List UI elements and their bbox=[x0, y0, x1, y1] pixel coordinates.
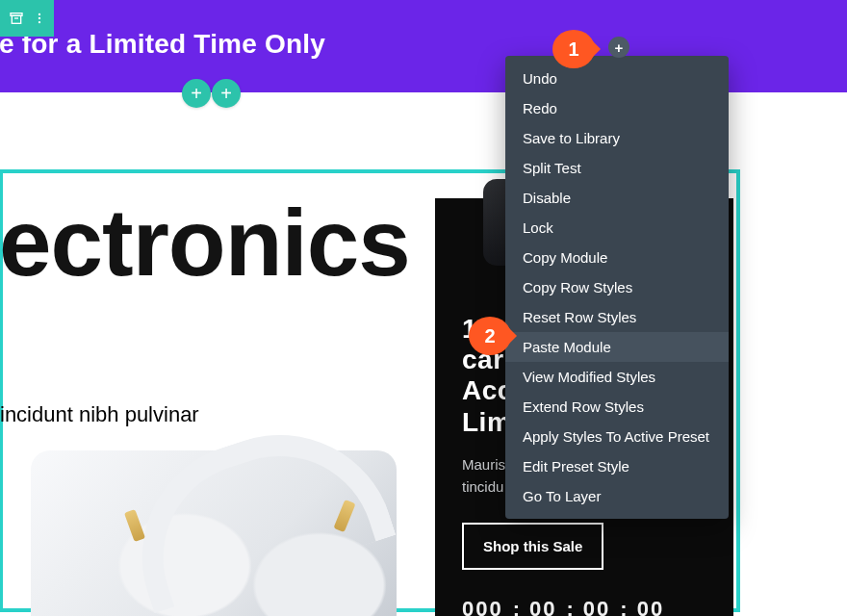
countdown-segment: 00 Hrs bbox=[529, 597, 556, 616]
context-menu-item[interactable]: Extend Row Styles bbox=[505, 392, 729, 422]
context-menu-item[interactable]: Split Test bbox=[505, 153, 729, 183]
svg-rect-1 bbox=[12, 15, 20, 23]
shop-sale-button[interactable]: Shop this Sale bbox=[462, 523, 603, 570]
countdown-segment: 00 Sec bbox=[637, 597, 664, 616]
page-subtext: incidunt nibh pulvinar bbox=[0, 402, 199, 427]
svg-point-3 bbox=[38, 13, 39, 15]
context-menu-item[interactable]: Edit Preset Style bbox=[505, 451, 729, 481]
svg-point-5 bbox=[38, 21, 39, 23]
context-menu-item[interactable]: Apply Styles To Active Preset bbox=[505, 422, 729, 451]
countdown-hrs: 00 bbox=[529, 597, 556, 616]
countdown-days: 000 bbox=[462, 597, 503, 616]
context-menu-item[interactable]: Copy Row Styles bbox=[505, 272, 729, 302]
countdown-colon: : bbox=[618, 597, 629, 616]
context-menu-item[interactable]: Disable bbox=[505, 183, 729, 213]
countdown-timer: 000 Day : 00 Hrs : 00 Min : 00 Sec bbox=[462, 597, 664, 616]
archive-icon[interactable] bbox=[9, 11, 24, 26]
annotation-callout-2: 2 bbox=[469, 317, 511, 355]
countdown-sec: 00 bbox=[637, 597, 664, 616]
countdown-segment: 00 Min bbox=[583, 597, 610, 616]
context-menu: UndoRedoSave to LibrarySplit TestDisable… bbox=[505, 56, 729, 519]
context-menu-item[interactable]: Reset Row Styles bbox=[505, 302, 729, 332]
context-menu-item[interactable]: Undo bbox=[505, 64, 729, 93]
decoration bbox=[333, 500, 355, 532]
annotation-callout-1: 1 bbox=[552, 30, 595, 68]
context-menu-item[interactable]: Redo bbox=[505, 93, 729, 123]
countdown-colon: : bbox=[565, 597, 576, 616]
countdown-segment: 000 Day bbox=[462, 597, 503, 616]
context-menu-item[interactable]: Paste Module bbox=[505, 332, 729, 362]
countdown-min: 00 bbox=[583, 597, 610, 616]
context-menu-item[interactable]: Copy Module bbox=[505, 243, 729, 272]
context-menu-item[interactable]: Save to Library bbox=[505, 123, 729, 153]
product-image-headphones bbox=[31, 450, 397, 616]
add-column-button[interactable]: + bbox=[182, 79, 211, 108]
svg-point-4 bbox=[38, 17, 39, 19]
page-headline: ectronics bbox=[0, 189, 410, 297]
countdown-colon: : bbox=[511, 597, 522, 616]
decoration bbox=[124, 509, 145, 542]
builder-toolbar bbox=[0, 0, 54, 37]
context-menu-item[interactable]: View Modified Styles bbox=[505, 362, 729, 392]
context-menu-item[interactable]: Go To Layer bbox=[505, 481, 729, 511]
context-menu-item[interactable]: Lock bbox=[505, 213, 729, 243]
more-vertical-icon[interactable] bbox=[33, 11, 46, 26]
add-row-button[interactable]: + bbox=[212, 79, 241, 108]
